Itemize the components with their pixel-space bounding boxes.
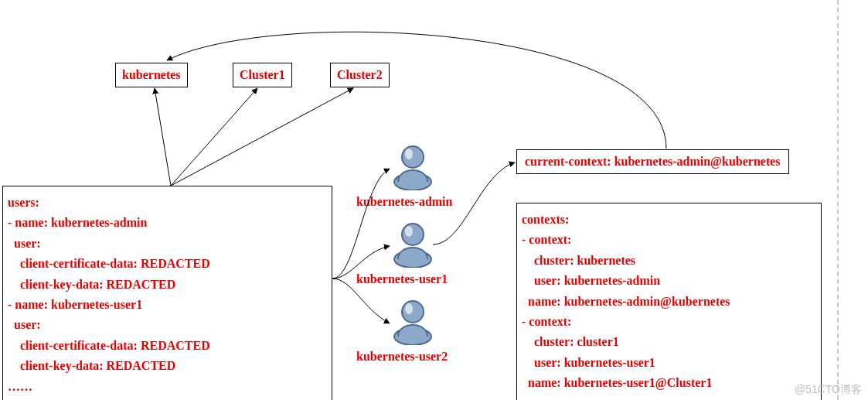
user-label-admin: kubernetes-admin: [356, 195, 452, 209]
user-icon-user2: [391, 299, 434, 345]
user-icon-admin: [391, 144, 434, 190]
svg-point-8: [405, 226, 413, 237]
svg-point-11: [405, 303, 413, 314]
vertical-dashed-guide: [837, 0, 839, 400]
watermark: @51CTO博客: [788, 380, 868, 400]
cluster-kubernetes: kubernetes: [115, 63, 188, 87]
cluster-label: Cluster1: [240, 68, 285, 81]
users-yaml-box: users: - name: kubernetes-admin user: cl…: [2, 186, 332, 400]
contexts-yaml-box: contexts: - context: cluster: kubernetes…: [516, 203, 822, 400]
cluster-label: Cluster2: [337, 68, 383, 81]
watermark-text: @51CTO博客: [795, 383, 862, 395]
users-yaml-text: users: - name: kubernetes-admin user: cl…: [8, 196, 210, 393]
svg-point-5: [405, 149, 413, 159]
cluster-2: Cluster2: [330, 63, 390, 87]
svg-point-4: [402, 146, 424, 168]
user-icon-user1: [391, 221, 434, 268]
user-label-user2: kubernetes-user2: [356, 350, 448, 364]
current-context-box: current-context: kubernetes-admin@kubern…: [516, 149, 789, 174]
user-label-user1: kubernetes-user1: [356, 272, 448, 286]
cluster-1: Cluster1: [233, 63, 292, 87]
contexts-yaml-text: contexts: - context: cluster: kubernetes…: [522, 213, 730, 389]
current-context-text: current-context: kubernetes-admin@kubern…: [525, 155, 781, 168]
svg-point-7: [402, 224, 424, 245]
svg-point-10: [402, 301, 424, 323]
cluster-label: kubernetes: [122, 68, 181, 81]
